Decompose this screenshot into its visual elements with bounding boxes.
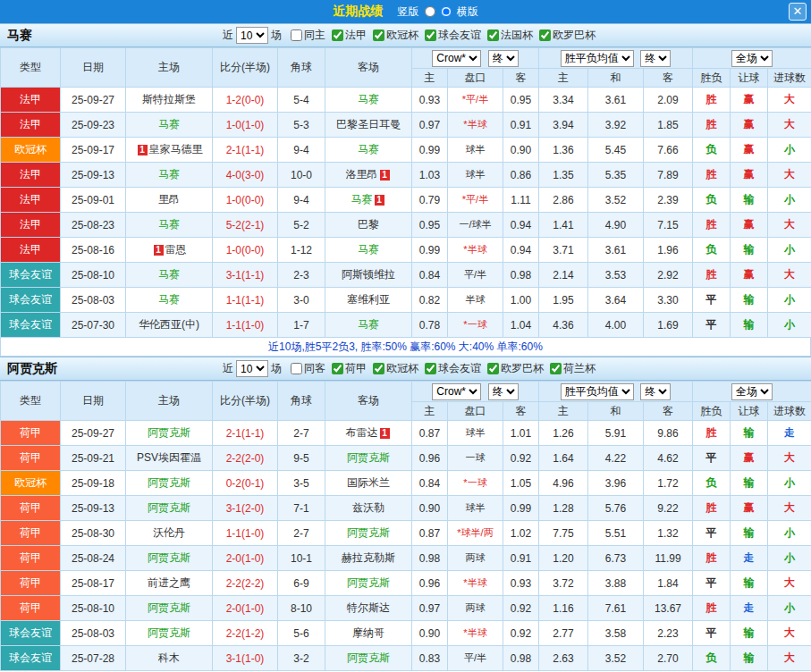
- view-horizontal-option[interactable]: 横版: [438, 4, 478, 20]
- score-cell: 1-1(1-1): [213, 288, 278, 313]
- filter-checkbox[interactable]: [291, 29, 302, 41]
- col-win: 主: [539, 69, 588, 88]
- close-icon[interactable]: ✕: [789, 3, 807, 21]
- odds-home-cell: 0.98: [412, 546, 448, 571]
- view-horizontal-radio[interactable]: [441, 6, 452, 17]
- filter-checkbox[interactable]: [373, 29, 384, 41]
- score-cell: 1-1(1-0): [213, 313, 278, 338]
- handicap-result-cell: 赢: [731, 88, 768, 113]
- odds-home-cell: 0.82: [412, 288, 448, 313]
- score-cell: 1-2(0-0): [213, 88, 278, 113]
- filter-球会友谊[interactable]: 球会友谊: [425, 361, 481, 376]
- games-label: 场: [271, 28, 282, 43]
- filter-checkbox[interactable]: [539, 29, 551, 41]
- filter-checkbox[interactable]: [487, 29, 499, 41]
- odds-source-select[interactable]: Crow*: [432, 50, 481, 67]
- odds-away-cell: 0.99: [503, 496, 539, 521]
- filter-法甲[interactable]: 法甲: [332, 28, 367, 43]
- filter-checkbox[interactable]: [373, 363, 384, 374]
- home-team-cell: 马赛: [126, 263, 213, 288]
- odds-stage-select[interactable]: 终: [488, 50, 519, 67]
- result-cell: 平: [693, 288, 731, 313]
- team-name: 国际米兰: [347, 476, 390, 489]
- draw-odds-cell: 3.96: [588, 471, 644, 496]
- date-cell: 25-07-30: [61, 313, 126, 338]
- lose-odds-cell: 2.23: [644, 621, 693, 646]
- handicap-cell: *一球: [448, 313, 503, 338]
- home-team-cell: 阿贾克斯: [126, 546, 213, 571]
- handicap-result-cell: 输: [731, 621, 768, 646]
- home-team-cell: 阿贾克斯: [126, 621, 213, 646]
- filter-checkbox[interactable]: [332, 363, 343, 374]
- filter-荷甲[interactable]: 荷甲: [332, 361, 367, 376]
- record-summary: 近10场,胜5平2负3, 胜率:50% 赢率:60% 大:40% 单率:60%: [0, 338, 811, 357]
- col-lose: 客: [644, 402, 693, 421]
- wdl-avg-select[interactable]: 胜平负均值: [561, 383, 634, 400]
- filter-同主[interactable]: 同主: [291, 28, 325, 43]
- filter-checkbox[interactable]: [487, 363, 499, 374]
- filter-label: 欧罗巴杯: [501, 361, 544, 376]
- odds-away-cell: 0.90: [503, 138, 539, 163]
- lose-odds-cell: 2.09: [644, 88, 693, 113]
- odds-home-cell: 0.93: [412, 88, 448, 113]
- match-count-select[interactable]: 10: [236, 360, 268, 377]
- team-name: 马赛: [358, 93, 379, 105]
- scope-select[interactable]: 全场: [731, 50, 773, 67]
- filter-欧冠杯[interactable]: 欧冠杯: [373, 28, 418, 43]
- filter-法国杯[interactable]: 法国杯: [487, 28, 533, 43]
- team-name-heading: 马赛: [7, 28, 141, 44]
- title-bar: 近期战绩 竖版 横版 ✕: [0, 0, 811, 23]
- view-vertical-option[interactable]: 竖版: [397, 4, 437, 20]
- filter-同客[interactable]: 同客: [291, 361, 325, 376]
- handicap-cell: 球半: [448, 421, 503, 446]
- wdl-stage-select[interactable]: 终: [640, 50, 671, 67]
- filter-欧罗巴杯[interactable]: 欧罗巴杯: [487, 361, 544, 376]
- league-cell: 法甲: [1, 163, 61, 188]
- filter-checkbox[interactable]: [425, 363, 436, 374]
- draw-odds-cell: 4.90: [588, 213, 644, 238]
- filter-checkbox[interactable]: [291, 363, 302, 374]
- filter-欧冠杯[interactable]: 欧冠杯: [373, 361, 418, 376]
- league-cell: 球会友谊: [1, 263, 61, 288]
- match-count-select[interactable]: 10: [236, 27, 268, 44]
- wdl-stage-select[interactable]: 终: [640, 383, 671, 400]
- col-odds-home: 主: [412, 402, 448, 421]
- match-row: 法甲25-08-161雷恩1-0(0-0)1-12马赛0.99*半球0.943.…: [1, 238, 811, 263]
- col-home: 主场: [126, 382, 213, 421]
- result-cell: 负: [693, 138, 731, 163]
- league-cell: 荷甲: [1, 571, 61, 596]
- filter-checkbox[interactable]: [550, 363, 562, 374]
- corner-cell: 1-7: [278, 313, 325, 338]
- view-vertical-radio[interactable]: [425, 6, 435, 17]
- goals-result-cell: 小: [768, 546, 811, 571]
- away-team-cell: 马赛: [325, 138, 412, 163]
- lose-odds-cell: 7.89: [644, 163, 693, 188]
- handicap-result-cell: 赢: [731, 163, 768, 188]
- away-team-cell: 布雷达1: [325, 421, 412, 446]
- col-type: 类型: [1, 382, 61, 421]
- win-odds-cell: 1.20: [539, 546, 588, 571]
- odds-stage-select[interactable]: 终: [488, 383, 519, 400]
- goals-result-cell: 小: [768, 521, 811, 546]
- win-odds-cell: 4.96: [539, 471, 588, 496]
- win-odds-cell: 7.75: [539, 521, 588, 546]
- wdl-avg-select[interactable]: 胜平负均值: [561, 50, 634, 67]
- odds-source-select[interactable]: Crow*: [432, 383, 481, 400]
- match-row: 荷甲25-09-27阿贾克斯2-1(1-1)2-7布雷达10.87球半1.011…: [1, 421, 811, 446]
- filter-荷兰杯[interactable]: 荷兰杯: [550, 361, 596, 376]
- filter-checkbox[interactable]: [425, 29, 436, 41]
- league-cell: 荷甲: [1, 521, 61, 546]
- match-row: 荷甲25-08-30沃伦丹1-1(1-0)2-7阿贾克斯0.87*球半/两1.0…: [1, 521, 811, 546]
- filter-checkbox[interactable]: [332, 29, 343, 41]
- draw-odds-cell: 5.76: [588, 496, 644, 521]
- result-cell: 平: [693, 521, 731, 546]
- lose-odds-cell: 9.22: [644, 496, 693, 521]
- team-name: 马赛: [158, 168, 180, 181]
- filter-label: 荷甲: [345, 361, 367, 376]
- filter-球会友谊[interactable]: 球会友谊: [425, 28, 481, 43]
- filter-欧罗巴杯[interactable]: 欧罗巴杯: [539, 28, 596, 43]
- scope-select[interactable]: 全场: [731, 383, 773, 400]
- date-cell: 25-08-03: [61, 621, 126, 646]
- league-cell: 球会友谊: [1, 313, 61, 338]
- filter-bar: 近 10 场 同主法甲欧冠杯球会友谊法国杯欧罗巴杯: [141, 27, 677, 44]
